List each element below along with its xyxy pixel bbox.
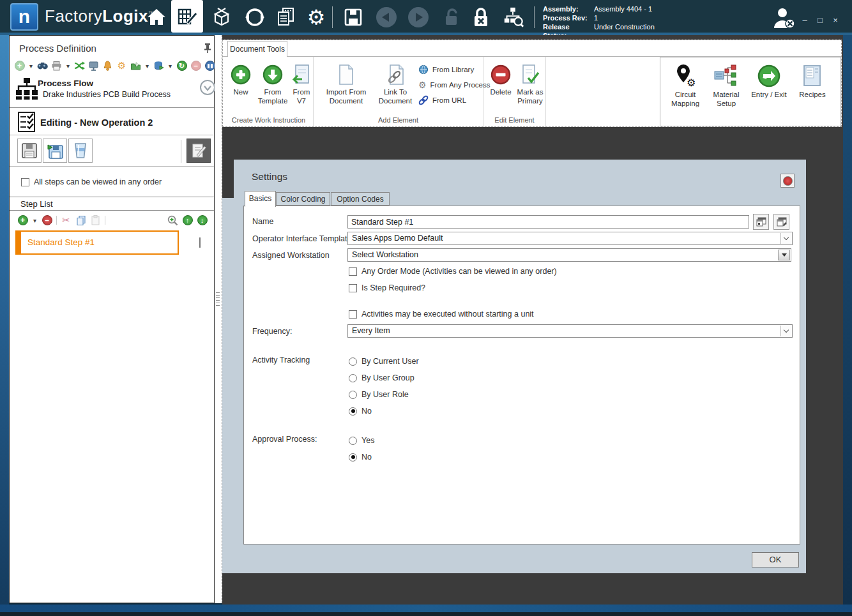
redo-forward-icon[interactable] [407, 6, 429, 28]
circuit-mapping-icon: ⚙ [666, 63, 705, 89]
approval-yes-radio[interactable] [349, 437, 357, 445]
pause-icon[interactable] [204, 61, 215, 71]
process-definition-tool-icon[interactable] [171, 0, 203, 33]
assigned-workstation-combo[interactable]: Select Workstation [347, 248, 791, 262]
operator-interface-template-combo[interactable]: Sales Apps Demo Default [347, 232, 793, 245]
mark-as-primary-button[interactable]: Mark as Primary [515, 63, 545, 105]
add-step-dropdown-icon[interactable]: ▾ [32, 215, 38, 226]
process-gear-icon[interactable]: ⚙ [116, 61, 127, 71]
import-from-document-icon [321, 63, 371, 86]
activity-by-user-role-radio[interactable] [349, 391, 357, 399]
process-definition-panel: Process Definition + ▾ ▾ ⚙ [9, 35, 215, 603]
from-url-button[interactable]: From URL [418, 95, 466, 105]
activity-no-radio[interactable] [349, 407, 357, 416]
process-search-icon[interactable] [502, 6, 524, 28]
is-step-required-checkbox[interactable] [349, 284, 357, 292]
from-library-button[interactable]: From Library [418, 64, 474, 75]
edit-work-instruction-button[interactable] [186, 139, 211, 163]
database-action-icon[interactable] [153, 61, 164, 71]
approval-process-label: Approval Process: [252, 435, 317, 444]
save-as-button[interactable] [43, 139, 67, 163]
save-icon[interactable] [342, 6, 364, 28]
approval-no-radio[interactable] [349, 453, 357, 462]
save-step-button[interactable] [17, 139, 42, 163]
window-border-right [843, 35, 852, 613]
name-edit-button[interactable] [773, 214, 789, 230]
copy-icon[interactable] [75, 215, 86, 226]
name-localize-button[interactable] [753, 214, 769, 230]
from-template-button[interactable]: From Template [255, 63, 291, 105]
link-to-document-button[interactable]: Link To Document [375, 63, 416, 105]
delete-element-button[interactable]: Delete [487, 63, 514, 97]
export-icon[interactable] [130, 61, 141, 71]
print-icon[interactable] [51, 61, 62, 71]
from-any-process-button[interactable]: ⚙ From Any Process [418, 80, 491, 90]
activity-by-user-group-radio[interactable] [349, 374, 357, 382]
all-steps-any-order-checkbox[interactable] [21, 178, 29, 186]
add-process-icon[interactable]: + [14, 61, 25, 71]
home-icon[interactable] [146, 6, 167, 28]
reports-icon[interactable] [275, 6, 296, 28]
any-order-mode-checkbox[interactable] [349, 267, 357, 276]
combo-dropdown-icon[interactable] [778, 250, 790, 260]
refresh-icon[interactable]: ↻ [176, 61, 187, 71]
alert-bell-icon[interactable] [102, 61, 113, 71]
collapse-down-icon[interactable] [199, 79, 216, 98]
name-input[interactable] [347, 215, 749, 229]
close-button[interactable]: × [829, 15, 842, 27]
ok-button[interactable]: OK [752, 552, 799, 567]
database-dropdown-icon[interactable]: ▾ [167, 61, 173, 71]
close-icon [783, 176, 793, 186]
print-dropdown-icon[interactable]: ▾ [65, 61, 71, 71]
user-logout-icon[interactable] [772, 5, 797, 33]
combo-arrow-icon[interactable] [780, 233, 791, 244]
import-from-document-button[interactable]: Import From Document [321, 63, 371, 105]
tab-color-coding[interactable]: Color Coding [276, 192, 330, 206]
tab-document-tools[interactable]: Document Tools [227, 41, 287, 57]
recipes-button[interactable]: Recipes [793, 63, 832, 100]
tab-basics[interactable]: Basics [245, 191, 276, 207]
unlock-icon[interactable] [441, 6, 462, 28]
activity-by-user-role-row: By User Role [349, 390, 409, 399]
materials-icon[interactable] [211, 6, 232, 28]
paste-icon[interactable] [90, 215, 101, 226]
frequency-combo[interactable]: Every Item [347, 324, 793, 338]
settings-gear-icon[interactable]: ⚙ [305, 6, 327, 28]
new-button[interactable]: New [228, 63, 254, 97]
remove-icon[interactable]: – [190, 61, 201, 71]
from-v7-button[interactable]: From V7 [291, 63, 312, 105]
activity-by-current-user-radio[interactable] [349, 357, 357, 366]
sync-icon[interactable] [244, 6, 266, 28]
undo-back-icon[interactable] [376, 6, 397, 28]
remove-step-icon[interactable]: – [42, 215, 52, 226]
step-list-item[interactable]: Standard Step #1 [15, 230, 179, 255]
lock-revoke-icon[interactable] [470, 6, 492, 28]
discard-step-button[interactable] [68, 139, 93, 163]
brand-title: FactoryLogix™ [45, 6, 155, 26]
activities-without-unit-checkbox[interactable] [349, 310, 357, 319]
pin-icon[interactable] [203, 43, 212, 55]
process-flow-subtitle: Drake Industries PCB Build Process [43, 90, 171, 99]
add-dropdown-icon[interactable]: ▾ [28, 61, 34, 71]
settings-close-button[interactable] [780, 174, 795, 188]
presentation-icon[interactable] [88, 61, 99, 71]
circuit-mapping-button[interactable]: ⚙ Circuit Mapping [666, 63, 705, 108]
tab-option-codes[interactable]: Option Codes [331, 192, 390, 206]
panel-splitter[interactable] [215, 35, 222, 603]
cut-icon[interactable]: ✂ [61, 215, 72, 226]
step-expand-chevron-icon[interactable] [199, 237, 201, 246]
export-dropdown-icon[interactable]: ▾ [144, 61, 150, 71]
add-step-icon[interactable]: + [17, 215, 28, 226]
minimize-button[interactable]: – [798, 15, 811, 27]
combo-arrow-icon[interactable] [780, 326, 791, 336]
move-step-down-icon[interactable]: ↓ [197, 215, 208, 226]
material-setup-button[interactable]: Material Setup [706, 63, 746, 108]
main-canvas: Document Tools New From Template [222, 35, 843, 605]
entry-exit-button[interactable]: Entry / Exit [747, 63, 791, 100]
zoom-step-icon[interactable] [167, 215, 178, 226]
group-create-work-instruction: New From Template From V7 Create Work In… [224, 57, 314, 126]
find-icon[interactable] [37, 61, 48, 71]
move-step-up-icon[interactable]: ↑ [182, 215, 193, 226]
branch-icon[interactable] [74, 61, 85, 71]
maximize-button[interactable]: □ [814, 15, 826, 27]
